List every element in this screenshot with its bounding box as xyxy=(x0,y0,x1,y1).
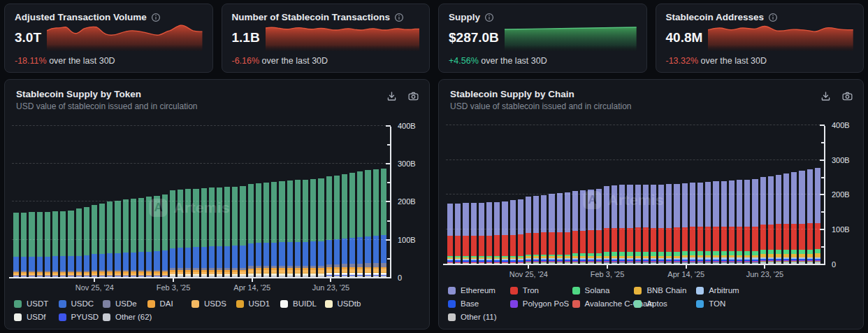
legend-item-bnb-chain[interactable]: BNB Chain xyxy=(634,286,696,295)
legend-item-ton[interactable]: TON xyxy=(696,299,758,308)
stacked-bar[interactable] xyxy=(76,208,82,278)
stacked-bar[interactable] xyxy=(588,190,593,264)
stacked-bar[interactable] xyxy=(29,212,34,278)
stacked-bar[interactable] xyxy=(162,194,168,278)
legend-item-other-62[interactable]: Other (62) xyxy=(103,313,147,321)
legend-item-usdtb[interactable]: USDtb xyxy=(325,299,370,308)
stacked-bar[interactable] xyxy=(232,187,238,278)
stacked-bar[interactable] xyxy=(643,185,649,264)
legend-item-usd1[interactable]: USD1 xyxy=(236,299,281,308)
info-icon[interactable] xyxy=(394,13,404,22)
stacked-bar[interactable] xyxy=(303,180,308,278)
legend-item-dai[interactable]: DAI xyxy=(147,299,192,308)
stacked-bar[interactable] xyxy=(807,169,813,264)
stacked-bar[interactable] xyxy=(154,196,159,278)
stacked-bar[interactable] xyxy=(131,199,136,278)
stacked-bar[interactable] xyxy=(533,196,539,264)
legend-item-pyusd[interactable]: PYUSD xyxy=(59,313,103,321)
stacked-bar[interactable] xyxy=(744,180,750,264)
stacked-bar[interactable] xyxy=(619,185,625,264)
stacked-bar[interactable] xyxy=(526,197,531,264)
stacked-bar[interactable] xyxy=(334,176,340,278)
camera-icon[interactable] xyxy=(407,90,419,102)
stacked-bar[interactable] xyxy=(263,183,269,278)
stacked-bar[interactable] xyxy=(193,189,198,278)
info-icon[interactable] xyxy=(484,13,494,22)
stacked-bar[interactable] xyxy=(471,203,477,264)
stacked-bar[interactable] xyxy=(381,169,386,278)
download-icon[interactable] xyxy=(386,90,398,102)
stacked-bar[interactable] xyxy=(146,197,152,278)
stacked-bar[interactable] xyxy=(178,190,183,278)
stacked-bar[interactable] xyxy=(279,181,284,278)
stacked-bar[interactable] xyxy=(13,213,19,278)
camera-icon[interactable] xyxy=(841,90,853,102)
stacked-bar[interactable] xyxy=(776,175,781,264)
stacked-bar[interactable] xyxy=(68,211,73,278)
legend-item-usdf[interactable]: USDf xyxy=(14,313,59,321)
stacked-bar[interactable] xyxy=(791,172,797,264)
legend-item-buidl[interactable]: BUIDL xyxy=(280,299,325,308)
legend-item-solana[interactable]: Solana xyxy=(572,286,635,295)
stacked-bar[interactable] xyxy=(651,185,656,264)
legend-item-usds[interactable]: USDS xyxy=(191,299,236,308)
stacked-bar[interactable] xyxy=(271,182,277,278)
stacked-bar[interactable] xyxy=(357,171,363,278)
stacked-bar[interactable] xyxy=(326,176,332,278)
stacked-bar[interactable] xyxy=(729,180,735,264)
legend-item-usdt[interactable]: USDT xyxy=(14,299,59,308)
legend-item-arbitrum[interactable]: Arbitrum xyxy=(696,286,758,295)
stacked-bar[interactable] xyxy=(248,184,254,278)
stacked-bar[interactable] xyxy=(666,184,672,264)
stacked-bar[interactable] xyxy=(107,201,113,278)
stacked-bar[interactable] xyxy=(240,186,245,278)
info-icon[interactable] xyxy=(768,13,778,22)
stacked-bar[interactable] xyxy=(518,199,523,264)
stacked-bar[interactable] xyxy=(572,191,578,264)
stacked-bar[interactable] xyxy=(365,170,370,278)
info-icon[interactable] xyxy=(151,13,161,22)
stacked-bar[interactable] xyxy=(674,184,679,264)
stacked-bar[interactable] xyxy=(60,211,66,278)
stacked-bar[interactable] xyxy=(342,174,347,278)
stacked-bar[interactable] xyxy=(84,207,89,278)
stacked-bar[interactable] xyxy=(310,179,316,278)
stacked-bar[interactable] xyxy=(627,185,632,264)
stacked-bar[interactable] xyxy=(45,212,50,278)
stacked-bar[interactable] xyxy=(256,183,261,278)
stacked-bar[interactable] xyxy=(21,213,27,278)
stacked-bar[interactable] xyxy=(463,203,468,264)
stacked-bar[interactable] xyxy=(486,202,492,264)
stacked-bar[interactable] xyxy=(37,212,43,278)
stacked-bar[interactable] xyxy=(635,185,641,264)
stacked-bar[interactable] xyxy=(92,205,97,278)
stacked-bar[interactable] xyxy=(658,185,664,264)
download-icon[interactable] xyxy=(820,90,832,102)
legend-item-polygon-pos[interactable]: Polygon PoS xyxy=(510,299,572,308)
stacked-bar[interactable] xyxy=(783,173,789,264)
stacked-bar[interactable] xyxy=(690,183,695,264)
stacked-bar[interactable] xyxy=(541,195,547,264)
legend-item-ethereum[interactable]: Ethereum xyxy=(448,286,510,295)
stacked-bar[interactable] xyxy=(510,200,516,264)
stacked-bar[interactable] xyxy=(185,189,191,278)
stacked-bar[interactable] xyxy=(349,173,355,278)
stacked-bar[interactable] xyxy=(737,180,742,264)
stacked-bar[interactable] xyxy=(596,189,602,264)
stacked-bar[interactable] xyxy=(815,168,820,264)
stacked-bar[interactable] xyxy=(52,211,58,278)
legend-item-avalanche-c-chain[interactable]: Avalanche C-Chain xyxy=(572,299,635,308)
legend-item-tron[interactable]: Tron xyxy=(510,286,572,295)
stacked-bar[interactable] xyxy=(99,204,105,278)
stacked-bar[interactable] xyxy=(295,180,301,278)
stacked-bar[interactable] xyxy=(768,176,774,264)
stacked-bar[interactable] xyxy=(455,204,461,264)
stacked-bar[interactable] xyxy=(799,171,804,264)
stacked-bar[interactable] xyxy=(494,202,500,264)
stacked-bar[interactable] xyxy=(447,204,453,264)
stacked-bar[interactable] xyxy=(138,198,144,278)
stacked-bar[interactable] xyxy=(580,190,586,264)
legend-item-other-11[interactable]: Other (11) xyxy=(448,313,510,321)
stacked-bar[interactable] xyxy=(318,178,324,278)
stacked-bar[interactable] xyxy=(760,177,766,264)
